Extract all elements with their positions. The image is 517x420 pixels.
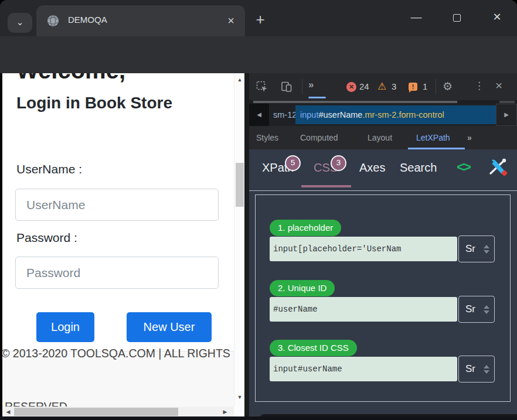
- selector-action-select-3[interactable]: Sr: [458, 356, 495, 383]
- console-warning-icon[interactable]: [377, 80, 386, 93]
- select-down-arrow-icon: [484, 370, 489, 374]
- tab-close-icon[interactable]: [223, 12, 239, 29]
- selector-value-closest-id[interactable]: [270, 357, 457, 381]
- login-book-store-heading: Login in Book Store: [16, 94, 172, 112]
- devtools-splitter[interactable]: [244, 73, 249, 420]
- selector-badge-placeholder: 1. placeholder: [270, 220, 341, 236]
- console-error-icon[interactable]: [346, 82, 356, 92]
- scrollbar-corner: [234, 407, 244, 417]
- tab-styles[interactable]: Styles: [256, 126, 278, 149]
- issue-count[interactable]: 1: [423, 81, 427, 91]
- password-input[interactable]: [15, 257, 219, 289]
- welcome-heading: Welcome,: [16, 73, 125, 84]
- username-label: UserName :: [16, 162, 82, 176]
- css-count-badge: 3: [331, 155, 346, 171]
- dom-breadcrumb-bar: sm-12 input#userName.mr-sm-2.form-contro…: [249, 104, 517, 126]
- window-bottom-edge: [0, 416, 517, 420]
- xpath-count-badge: 5: [285, 155, 301, 171]
- devtools-panel: » 24 3 1 sm-12 input#userName.mr-sm-2.fo…: [249, 73, 517, 420]
- login-button[interactable]: Login: [36, 312, 94, 342]
- letxpath-tab-search[interactable]: Search: [400, 161, 437, 175]
- toolbar-divider: [436, 79, 436, 94]
- tab-computed[interactable]: Computed: [300, 126, 338, 149]
- selector-value-unique-id[interactable]: [270, 297, 457, 322]
- browser-toolbar: demoqa.com/lo... Se: [0, 36, 517, 73]
- breadcrumb-selected-node[interactable]: input#userName.mr-sm-2.form-control: [295, 105, 496, 124]
- password-label: Password :: [16, 231, 77, 245]
- scroll-left-icon[interactable]: [4, 407, 13, 417]
- window-close-button[interactable]: [484, 7, 510, 27]
- selected-tag: input: [300, 110, 318, 119]
- inspect-element-icon[interactable]: [256, 81, 268, 93]
- horizontal-scrollbar[interactable]: [2, 407, 234, 417]
- scroll-down-icon[interactable]: [234, 392, 244, 402]
- select-down-arrow-icon: [484, 310, 489, 314]
- code-brackets-icon[interactable]: [457, 159, 470, 175]
- breadcrumb-scroll-right-button[interactable]: [496, 104, 517, 126]
- devtools-close-icon[interactable]: [495, 78, 502, 93]
- selector-action-select-1[interactable]: Sr: [458, 235, 495, 262]
- letxpath-tab-axes[interactable]: Axes: [359, 161, 385, 175]
- selector-badge-closest-id: 3. Closest ID CSS: [270, 340, 357, 356]
- horizontal-scroll-thumb[interactable]: [14, 408, 178, 416]
- tab-layout[interactable]: Layout: [368, 126, 392, 149]
- active-panel-indicator: [308, 97, 326, 98]
- browser-tab[interactable]: DEMOQA: [36, 5, 245, 36]
- selector-badge-unique-id: 2. Unique ID: [270, 280, 335, 296]
- window-left-edge: [0, 73, 2, 420]
- vertical-scrollbar[interactable]: [234, 73, 244, 407]
- select-down-arrow-icon: [484, 250, 489, 254]
- devtools-toolbar: » 24 3 1: [249, 73, 517, 100]
- active-tab-underline: [408, 148, 465, 149]
- devtools-sidebar-tabs: Styles Computed Layout LetXPath »: [249, 126, 517, 149]
- new-tab-button[interactable]: [250, 9, 271, 30]
- selected-id: #userName: [318, 110, 362, 119]
- toolbar-divider: [302, 79, 302, 94]
- select-up-arrow-icon: [484, 365, 489, 368]
- select-up-arrow-icon: [484, 245, 489, 248]
- breadcrumb-previous-node[interactable]: sm-12: [273, 104, 297, 126]
- device-toolbar-icon[interactable]: [281, 81, 292, 93]
- scroll-right-icon[interactable]: [220, 407, 230, 417]
- warning-count[interactable]: 3: [392, 81, 396, 91]
- username-input[interactable]: [15, 189, 219, 221]
- css-tab-underline: [301, 185, 351, 187]
- selected-classes: .mr-sm-2.form-control: [362, 110, 444, 119]
- more-tools-chevron[interactable]: »: [308, 79, 312, 91]
- select-up-arrow-icon: [484, 305, 489, 309]
- page-viewport: Welcome, Login in Book Store UserName : …: [2, 73, 244, 420]
- window-minimize-button[interactable]: [403, 7, 429, 27]
- tab-strip: DEMOQA: [0, 0, 517, 36]
- maximize-icon: [453, 14, 461, 22]
- tab-letxpath[interactable]: LetXPath: [416, 126, 450, 149]
- devtools-menu-icon[interactable]: [474, 80, 484, 92]
- scroll-up-icon[interactable]: [234, 75, 244, 84]
- vertical-scroll-thumb[interactable]: [236, 163, 244, 207]
- browser-window: DEMOQA demoqa.com/lo...: [0, 0, 517, 420]
- issues-icon[interactable]: [409, 83, 417, 91]
- selector-action-select-2[interactable]: Sr: [458, 296, 495, 323]
- tools-icon[interactable]: [487, 158, 508, 176]
- globe-favicon-icon: [47, 15, 59, 27]
- window-maximize-button[interactable]: [444, 7, 470, 27]
- tab-title: DEMOQA: [68, 5, 107, 36]
- copyright-text: © 2013-2020 TOOLSQA.COM | ALL RIGHTS: [2, 347, 230, 360]
- devtools-settings-icon[interactable]: [443, 80, 453, 93]
- error-count[interactable]: 24: [359, 81, 369, 91]
- more-tabs-chevron[interactable]: »: [467, 126, 471, 149]
- tab-search-button[interactable]: [8, 13, 32, 33]
- breadcrumb-scroll-left-button[interactable]: [249, 104, 269, 126]
- letxpath-tabs-divider: [249, 190, 517, 191]
- new-user-button[interactable]: New User: [127, 312, 212, 342]
- selector-value-placeholder[interactable]: [270, 237, 457, 261]
